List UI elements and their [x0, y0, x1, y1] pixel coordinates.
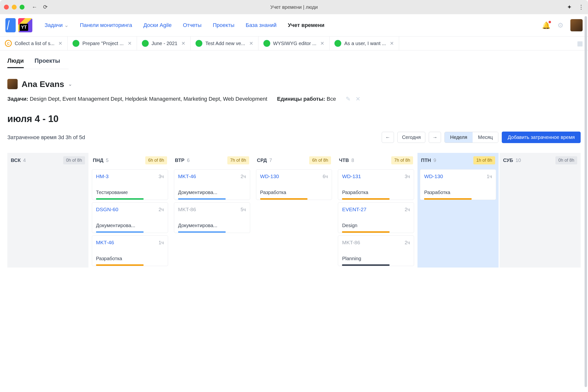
user-avatar — [7, 79, 18, 89]
user-name[interactable]: Ana Evans — [22, 80, 64, 89]
window-title: Учет времени | люди — [270, 4, 318, 10]
week-toggle[interactable]: Неделя — [445, 132, 472, 142]
issue-id[interactable]: MKT-86 — [178, 206, 196, 212]
status-bar — [342, 198, 390, 200]
today-button[interactable]: Сегодня — [398, 132, 426, 143]
close-icon[interactable]: ✕ — [320, 40, 324, 46]
time-entry-card[interactable]: EVENT-272чDesign — [338, 202, 414, 233]
issue-tab-label: June - 2021 — [152, 41, 178, 46]
back-icon[interactable]: ← — [32, 4, 37, 10]
add-time-button[interactable]: Добавить затраченное время — [502, 132, 581, 143]
entry-activity: Design — [342, 223, 410, 231]
issue-type-icon: O — [264, 40, 270, 47]
settings-icon[interactable]: ⚙ — [558, 21, 564, 30]
entry-hours: 1ч — [158, 240, 164, 246]
date-range: июля 4 - 10 — [7, 114, 581, 124]
time-entry-card[interactable]: MKT-865чДокументирова... — [174, 202, 250, 233]
nav-задачи[interactable]: Задачи⌄ — [44, 22, 68, 28]
day-name: СРД — [257, 158, 267, 163]
entry-hours: 6ч — [323, 174, 328, 179]
close-window[interactable] — [4, 5, 9, 10]
period-toggle: Неделя Месяц — [444, 132, 498, 143]
time-entry-card[interactable]: MKT-461чРазработка — [92, 236, 168, 266]
reload-icon[interactable]: ⟳ — [43, 4, 48, 10]
time-entry-card[interactable]: WD-1313чРазработка — [338, 169, 414, 200]
issue-tab[interactable]: OWYSIWYG editor ...✕ — [258, 36, 330, 50]
issue-id[interactable]: HM-3 — [96, 174, 108, 179]
prev-period-button[interactable]: ← — [382, 132, 394, 143]
tasks-filter: Задачи: Design Dept, Event Management De… — [7, 96, 267, 102]
issue-id[interactable]: WD-131 — [342, 174, 361, 179]
day-column: ВТР67h of 8hMKT-462чДокументирова...MKT-… — [172, 153, 252, 268]
view-tab-Люди[interactable]: Люди — [7, 57, 24, 68]
issue-type-icon: O — [196, 40, 202, 47]
issue-tab[interactable]: OAs a user, I want ...✕ — [330, 36, 399, 50]
issue-id[interactable]: MKT-46 — [178, 174, 196, 179]
scrollbar[interactable] — [584, 16, 587, 387]
close-icon[interactable]: ✕ — [249, 40, 253, 46]
close-icon[interactable]: ✕ — [58, 40, 62, 46]
entry-activity: Разработка — [260, 190, 328, 198]
notifications-icon[interactable]: 🔔 — [542, 21, 550, 30]
issue-tab-label: As a user, I want ... — [344, 41, 386, 46]
time-entry-card[interactable]: HM-33чТестирование — [92, 169, 168, 200]
nav-проекты[interactable]: Проекты — [213, 22, 234, 28]
issue-id[interactable]: MKT-46 — [96, 240, 114, 246]
day-number: 6 — [187, 158, 190, 163]
day-number: 8 — [351, 158, 354, 163]
issue-id[interactable]: WD-130 — [260, 174, 279, 179]
maximize-window[interactable] — [20, 5, 24, 10]
view-tab-Проекты[interactable]: Проекты — [34, 57, 60, 68]
day-number: 5 — [106, 158, 108, 163]
issue-tab[interactable]: OJune - 2021✕ — [137, 36, 191, 50]
close-icon[interactable]: ✕ — [390, 40, 394, 46]
issue-tab-label: Collect a list of s... — [15, 41, 54, 46]
issue-tab-label: Test Add new ve... — [205, 41, 245, 46]
entry-hours: 2ч — [240, 174, 246, 179]
day-number: 7 — [269, 158, 272, 163]
app-logo-secondary[interactable] — [6, 18, 16, 32]
status-bar — [260, 198, 308, 200]
month-toggle[interactable]: Месяц — [472, 132, 498, 142]
issue-tab[interactable]: OTest Add new ve...✕ — [190, 36, 258, 50]
window-controls — [4, 5, 24, 10]
issue-id[interactable]: DSGN-60 — [96, 206, 118, 212]
close-icon[interactable]: ✕ — [181, 40, 186, 46]
minimize-window[interactable] — [12, 5, 17, 10]
app-logo-youtrack[interactable] — [18, 18, 32, 32]
issue-type-icon: C — [5, 40, 12, 47]
nav-учет-времени[interactable]: Учет времени — [288, 22, 324, 28]
nav-панели-мониторинга[interactable]: Панели мониторинга — [80, 22, 132, 28]
time-entry-card[interactable]: WD-1306чРазработка — [256, 169, 332, 200]
avatar[interactable] — [570, 19, 582, 31]
time-entry-card[interactable]: MKT-862чPlanning — [338, 236, 414, 266]
status-bar — [178, 231, 226, 233]
issue-tab[interactable]: OPrepare "Project ...✕ — [68, 36, 137, 50]
entry-hours: 2ч — [405, 207, 410, 212]
close-icon[interactable]: ✕ — [128, 40, 132, 46]
day-hours-badge: 0h of 8h — [556, 156, 577, 164]
chevron-down-icon[interactable]: ⌄ — [68, 81, 72, 87]
time-entry-card[interactable]: MKT-462чДокументирова... — [174, 169, 250, 200]
day-column: ВСК40h of 8h — [7, 153, 88, 268]
issue-id[interactable]: MKT-86 — [342, 240, 360, 246]
day-column: ПТН91h of 8hWD-1301чРазработка — [418, 153, 498, 268]
issue-id[interactable]: EVENT-27 — [342, 206, 366, 212]
day-name: ЧТВ — [339, 158, 349, 163]
clear-icon[interactable]: ✕ — [356, 96, 360, 102]
nav-отчеты[interactable]: Отчеты — [183, 22, 202, 28]
main-nav: Задачи⌄Панели мониторингаДоски AgileОтче… — [0, 14, 588, 36]
extension-icon[interactable]: ✦ — [567, 4, 572, 10]
issue-tab-label: Prepare "Project ... — [82, 41, 124, 46]
issue-id[interactable]: WD-130 — [424, 174, 443, 179]
nav-база-знаний[interactable]: База знаний — [246, 22, 276, 28]
next-period-button[interactable]: → — [429, 132, 441, 143]
issue-tab[interactable]: CCollect a list of s...✕ — [0, 36, 68, 50]
time-entry-card[interactable]: DSGN-602чДокументирова... — [92, 202, 168, 233]
window-titlebar: ← ⟳ Учет времени | люди ✦ ⋮ — [0, 0, 588, 14]
time-entry-card[interactable]: WD-1301чРазработка — [420, 169, 496, 200]
edit-icon[interactable]: ✎ — [346, 96, 350, 102]
more-icon[interactable]: ⋮ — [578, 4, 584, 10]
nav-доски-agile[interactable]: Доски Agile — [143, 22, 172, 28]
status-bar — [96, 264, 144, 266]
